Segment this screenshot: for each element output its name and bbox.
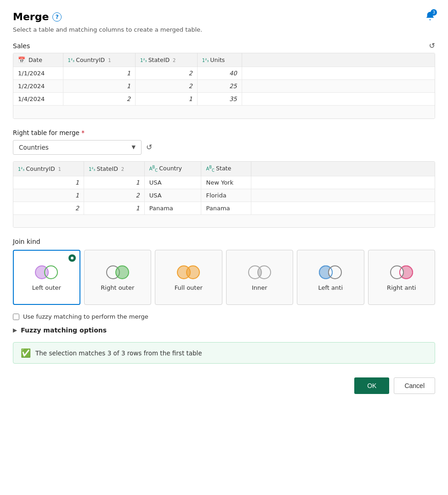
right-table-refresh-icon[interactable]: ↺: [146, 143, 152, 152]
fuzzy-matching-row[interactable]: Use fuzzy matching to perform the merge: [13, 313, 435, 320]
table-row: 1 2 USA Florida: [13, 189, 435, 202]
countries-col-country[interactable]: ABC Country: [144, 162, 201, 176]
right-table-section: Right table for merge * Countries ▼ ↺ 1²…: [13, 129, 435, 228]
join-option-left-outer-label: Left outer: [32, 284, 61, 291]
join-option-full-outer[interactable]: Full outer: [155, 250, 222, 305]
sales-table-container: 📅 Date 1²₃ CountryID 1 1²₃ StateID 2 1²₃…: [13, 53, 435, 119]
fuzzy-matching-options-label: Fuzzy matching options: [21, 326, 107, 334]
dialog-title: Merge: [13, 11, 49, 22]
join-option-full-outer-label: Full outer: [175, 284, 203, 291]
countries-col-stateid[interactable]: 1²₃ StateID 2: [84, 162, 144, 176]
sales-col-units[interactable]: 1²₃ Units: [197, 53, 242, 67]
sales-section-header: Sales ↺: [13, 41, 435, 50]
title-area: Merge ?: [13, 11, 62, 22]
table-row: 1 1 USA New York: [13, 176, 435, 189]
countries-table: 1²₃ CountryID 1 1²₃ StateID 2 ABC Countr…: [13, 162, 435, 228]
sales-label: Sales: [13, 42, 30, 50]
table-row: 1/2/2024 1 2 25: [13, 80, 435, 93]
fuzzy-matching-options-row[interactable]: ▶ Fuzzy matching options: [13, 326, 435, 334]
countries-table-container: 1²₃ CountryID 1 1²₃ StateID 2 ABC Countr…: [13, 161, 435, 228]
fuzzy-matching-label[interactable]: Use fuzzy matching to perform the merge: [23, 313, 148, 320]
dialog-header: Merge ? 3: [13, 11, 435, 22]
notification-badge: 3: [431, 9, 437, 16]
sales-spacer-row: [13, 106, 435, 118]
right-outer-venn: [105, 264, 130, 281]
success-banner: ✅ The selection matches 3 of 3 rows from…: [13, 342, 435, 364]
join-option-right-outer[interactable]: Right outer: [84, 250, 151, 305]
dialog-footer: OK Cancel: [13, 377, 435, 394]
sales-col-stateid[interactable]: 1²₃ StateID 2: [136, 53, 198, 67]
countries-spacer-row: [13, 214, 435, 227]
svg-point-5: [187, 266, 199, 279]
join-option-inner-label: Inner: [252, 284, 267, 291]
sales-table: 📅 Date 1²₃ CountryID 1 1²₃ StateID 2 1²₃…: [13, 53, 435, 118]
sales-col-empty: [242, 53, 435, 67]
svg-point-3: [116, 266, 129, 279]
sales-col-date[interactable]: 📅 Date: [13, 53, 63, 67]
countries-col-empty: [251, 162, 435, 176]
join-option-right-anti[interactable]: Right anti: [368, 250, 435, 305]
join-kind-label: Join kind: [13, 238, 435, 245]
calendar-icon: 📅: [18, 56, 25, 63]
chevron-right-icon: ▶: [13, 327, 17, 333]
success-message: The selection matches 3 of 3 rows from t…: [35, 349, 202, 357]
table-row: 1/4/2024 2 1 35: [13, 93, 435, 106]
success-check-icon: ✅: [21, 348, 31, 358]
countries-col-state[interactable]: ABC State: [201, 162, 251, 176]
join-option-left-outer[interactable]: Left outer: [13, 250, 80, 305]
table-row: 2 1 Panama Panama: [13, 202, 435, 214]
dialog-subtitle: Select a table and matching columns to c…: [13, 26, 435, 33]
sales-refresh-icon[interactable]: ↺: [429, 41, 435, 50]
join-option-left-anti-label: Left anti: [318, 284, 343, 291]
dropdown-row: Countries ▼ ↺: [13, 140, 435, 155]
join-option-left-anti[interactable]: Left anti: [297, 250, 364, 305]
left-outer-venn: [34, 264, 59, 281]
left-anti-venn: [318, 264, 343, 281]
full-outer-venn: [176, 264, 201, 281]
selected-indicator: [68, 254, 76, 262]
join-option-right-anti-label: Right anti: [387, 284, 416, 291]
required-marker: *: [81, 129, 85, 136]
help-icon[interactable]: ?: [52, 12, 62, 22]
inner-venn: [247, 264, 272, 281]
cancel-button[interactable]: Cancel: [394, 377, 435, 394]
chevron-down-icon: ▼: [132, 144, 136, 150]
countries-col-countryid[interactable]: 1²₃ CountryID 1: [13, 162, 84, 176]
fuzzy-matching-checkbox[interactable]: [13, 314, 19, 320]
right-table-dropdown[interactable]: Countries ▼: [13, 140, 142, 155]
right-anti-venn: [389, 264, 414, 281]
join-option-right-outer-label: Right outer: [101, 284, 134, 291]
notification-icon[interactable]: 3: [425, 11, 435, 22]
sales-col-countryid[interactable]: 1²₃ CountryID 1: [63, 53, 135, 67]
right-table-field-label: Right table for merge *: [13, 129, 435, 136]
join-options: Left outer Right outer Full outer Inner: [13, 250, 435, 305]
join-option-inner[interactable]: Inner: [226, 250, 293, 305]
table-row: 1/1/2024 1 2 40: [13, 67, 435, 80]
ok-button[interactable]: OK: [354, 377, 389, 394]
